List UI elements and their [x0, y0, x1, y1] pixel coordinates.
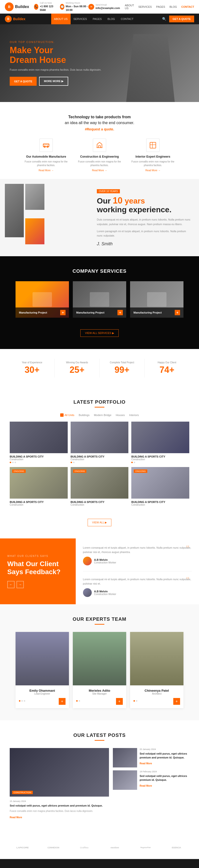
blog-side-read-more-2[interactable]: Read More [139, 784, 152, 787]
portfolio-cat-1: Construction [10, 458, 68, 461]
portfolio-item-1: BUILDING A SPORTS CITY Construction [10, 422, 68, 464]
partner-svg-6: EGENCIA [168, 843, 185, 850]
stat-clients-number: 74+ [147, 365, 187, 375]
about-images [0, 179, 90, 256]
blog-side-read-more-1[interactable]: Read More [139, 762, 152, 765]
testimonials-next-button[interactable]: → [16, 581, 24, 588]
portfolio-cat-6: Construction [131, 503, 189, 506]
team-plus-button-1[interactable]: + [59, 698, 66, 705]
about-tag: OVER 10 YEARS [97, 189, 120, 193]
partner-logo-2: CONHEXON [44, 842, 63, 852]
about-img-top-right [25, 184, 44, 210]
top-nav-contact[interactable]: CONTACT [181, 5, 194, 8]
main-nav-blog[interactable]: BLOG [105, 13, 118, 24]
blog-main-img: CONSTRUCTION [10, 748, 109, 797]
main-nav-contact[interactable]: CONTACT [118, 13, 136, 24]
testimonials-label: WHAT OUR CLIENTS SAYS [7, 555, 68, 557]
portfolio-section: LATEST PORTFOLIO All Units Buildings Mod… [0, 387, 199, 538]
team-card-1: Emily Ohammani Lead Engineer + [15, 632, 69, 708]
top-nav-pages[interactable]: PAGES [156, 5, 165, 8]
partner-logo-1: LAPICORE [13, 842, 32, 852]
portfolio-tab-buildings[interactable]: Buildings [79, 413, 90, 417]
service-label-1: Manufacturing Project + [15, 307, 69, 318]
top-nav-blog[interactable]: BLOG [169, 5, 177, 8]
portfolio-img-2 [71, 422, 129, 453]
testimonial-role-2: Construction Worker [94, 593, 116, 595]
hero-subtitle: OUR TOP CONSTRUCTION. [10, 40, 101, 43]
about-section: OVER 10 YEARS Our 10 years working exper… [0, 179, 199, 256]
services-view-all-button[interactable]: VIEW ALL SERVICES ▶ [80, 329, 119, 337]
portfolio-tab-interiors[interactable]: Interiors [129, 413, 139, 417]
team-plus-button-2[interactable]: + [116, 698, 123, 705]
hours-info: Working Hours Mon - Sun 08:00 - 18:00 [66, 1, 88, 12]
service-plus-2[interactable]: + [118, 310, 123, 315]
hours-contact: 🕐 Working Hours Mon - Sun 08:00 - 18:00 [60, 1, 88, 12]
team-dots-3 [133, 700, 137, 702]
portfolio-dots-3 [131, 462, 189, 463]
main-nav-services[interactable]: SERVICES [71, 13, 90, 24]
team-img-1 [15, 632, 69, 685]
team-plus-button-3[interactable]: + [173, 698, 180, 705]
portfolio-title-5: BUILDING A SPORTS CITY [71, 500, 129, 503]
blog-side-post-1: 20 January 2024 Sed volutpat velit purus… [113, 748, 189, 768]
portfolio-img-6: ONGOING [131, 467, 189, 499]
portfolio-tab-houses[interactable]: Houses [116, 413, 125, 417]
feature-link-1[interactable]: Read More → [24, 169, 68, 172]
portfolio-dots-1 [10, 462, 68, 463]
team-card-3: Chineenya Patel Architect + [130, 632, 184, 708]
portfolio-title-3: BUILDING A SPORTS CITY [131, 455, 189, 458]
feature-title-1: Our Automobile Manufacture [24, 155, 68, 158]
feature-link-3[interactable]: Read More → [131, 169, 175, 172]
team-dot-2a [76, 700, 78, 702]
blog-underline [95, 740, 104, 741]
partner-logo-6: EGENCIA [167, 842, 186, 852]
team-dot-1c [24, 700, 25, 702]
blog-main-read-more[interactable]: Read More [10, 816, 22, 819]
main-nav-logo[interactable]: B Buildex [5, 16, 26, 22]
service-plus-1[interactable]: + [60, 310, 66, 315]
partner-logo-3: Graffitea [74, 842, 94, 852]
stat-clients-suffix: + [169, 365, 174, 375]
service-plus-3[interactable]: + [175, 310, 180, 315]
services-title: COMPANY SERVICES [10, 268, 189, 274]
team-dot-1a [19, 700, 21, 702]
quote-button[interactable]: GET A QUOTE [169, 16, 194, 22]
portfolio-cat-2: Construction [71, 458, 129, 461]
portfolio-tag-4: ONGOING [12, 469, 26, 473]
hero-quote-button[interactable]: GET A QUOTE [10, 77, 37, 86]
blog-main-title: Sed volutpat velit purus, eget ultrices … [10, 804, 109, 808]
about-img-bottom-right [25, 218, 44, 244]
portfolio-view-all-button[interactable]: VIEW ALL ▶ [88, 519, 112, 526]
team-dot-2b [79, 700, 80, 702]
blog-main-date: 15 January 2024 [10, 800, 109, 802]
portfolio-tag-6: ONGOING [134, 469, 147, 473]
feature-icon-1 [39, 138, 53, 152]
main-nav: B Buildex ABOUT US SERVICES PAGES BLOG C… [0, 13, 199, 24]
top-nav-services[interactable]: SERVICES [138, 5, 152, 8]
main-nav-pages[interactable]: PAGES [90, 13, 105, 24]
portfolio-tab-bridge[interactable]: Modern Bridge [94, 413, 111, 417]
blog-side-title-2: Sed volutpat velit purus, eget ultrices … [139, 774, 189, 782]
service-card-3: Manufacturing Project + [130, 281, 184, 318]
tab-interiors-label: Interiors [129, 413, 139, 416]
search-icon[interactable]: 🔍 [162, 17, 166, 21]
portfolio-info-3: BUILDING A SPORTS CITY Construction [131, 453, 189, 464]
top-nav-about[interactable]: ABOUT US [125, 4, 134, 10]
testimonials-prev-button[interactable]: ← [7, 581, 14, 588]
features-headline: Technology to take products from an idea… [10, 114, 189, 126]
portfolio-info-2: BUILDING A SPORTS CITY Construction [71, 453, 129, 464]
hero-more-button[interactable]: MORE MORE ▶ [39, 77, 68, 86]
blog-main-content: 15 January 2024 Sed volutpat velit purus… [10, 797, 109, 822]
partner-svg-2: CONHEXON [45, 843, 62, 850]
email-icon: ✉ [88, 4, 94, 10]
team-dot-3a [133, 700, 135, 702]
blog-side-post-2: 18 February 2024 Sed volutpat velit puru… [113, 770, 189, 790]
testimonial-author-1: A.B Melvin Construction Worker [83, 557, 192, 565]
service-img-placeholder-2 [90, 292, 109, 307]
site-logo[interactable]: B Buildex [5, 2, 29, 11]
portfolio-title-2: BUILDING A SPORTS CITY [71, 455, 129, 458]
portfolio-cat-3: Construction [131, 458, 189, 461]
main-nav-about[interactable]: ABOUT US [51, 13, 71, 24]
portfolio-tab-all[interactable]: All Units [60, 413, 74, 417]
feature-link-2[interactable]: Read More → [78, 169, 121, 172]
